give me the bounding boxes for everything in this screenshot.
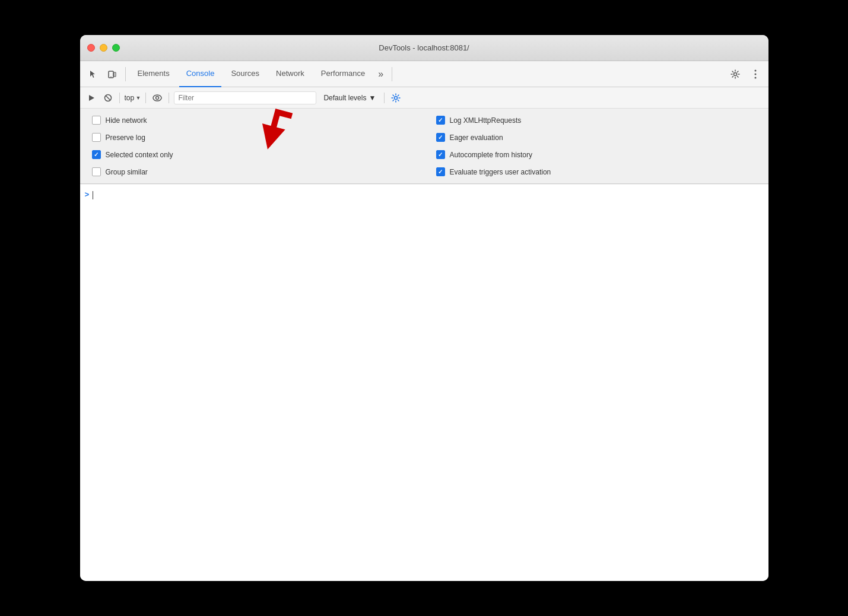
more-tabs-button[interactable]: » [374, 66, 387, 82]
title-bar: DevTools - localhost:8081/ [80, 35, 768, 61]
close-button[interactable] [87, 44, 95, 52]
console-toolbar: top ▼ Default levels ▼ [80, 87, 768, 109]
console-area[interactable]: > [80, 184, 768, 581]
cursor-icon [88, 69, 98, 79]
tab-sources[interactable]: Sources [224, 61, 266, 87]
gear-icon [731, 69, 740, 79]
svg-point-5 [754, 73, 756, 75]
tab-console[interactable]: Console [179, 61, 222, 87]
preserve-log-checkbox[interactable] [92, 133, 101, 142]
toolbar-divider-2 [392, 67, 392, 81]
settings-panel: Hide network Preserve log Selected conte… [80, 109, 768, 184]
eye-icon [153, 94, 162, 101]
console-divider-2 [145, 93, 146, 103]
setting-evaluate-triggers: Evaluate triggers user activation [436, 167, 757, 176]
eager-evaluation-label: Eager evaluation [450, 134, 503, 142]
svg-point-11 [156, 96, 159, 99]
svg-line-9 [106, 96, 110, 100]
context-dropdown[interactable]: top [125, 94, 135, 102]
inspect-icon-button[interactable] [85, 66, 101, 82]
toolbar-right [727, 66, 764, 82]
group-similar-checkbox[interactable] [92, 167, 101, 176]
ellipsis-icon [754, 69, 757, 79]
toolbar-divider-1 [125, 67, 126, 81]
svg-point-4 [754, 69, 756, 71]
devtools-window: DevTools - localhost:8081/ Elements Cons… [80, 35, 768, 581]
hide-network-label: Hide network [106, 116, 147, 125]
settings-right-column: Log XMLHttpRequests Eager evaluation Aut… [436, 116, 757, 176]
settings-left-column: Hide network Preserve log Selected conte… [92, 116, 412, 176]
tab-performance[interactable]: Performance [314, 61, 372, 87]
minimize-button[interactable] [100, 44, 107, 52]
main-toolbar: Elements Console Sources Network Perform… [80, 61, 768, 87]
eye-button[interactable] [151, 91, 164, 104]
filter-input[interactable] [174, 91, 316, 104]
svg-rect-1 [114, 72, 116, 77]
setting-autocomplete: Autocomplete from history [436, 150, 757, 159]
svg-point-10 [153, 95, 161, 101]
tab-network[interactable]: Network [269, 61, 312, 87]
setting-group-similar: Group similar [92, 167, 412, 176]
levels-button[interactable]: Default levels ▼ [320, 93, 379, 103]
console-divider-3 [169, 93, 169, 103]
console-settings-button[interactable] [389, 91, 402, 104]
traffic-lights [87, 44, 120, 52]
clear-button[interactable] [101, 91, 115, 104]
preserve-log-label: Preserve log [106, 134, 145, 142]
clear-console-button[interactable] [85, 91, 98, 104]
selected-context-checkbox[interactable] [92, 150, 101, 159]
setting-eager-evaluation: Eager evaluation [436, 133, 757, 142]
setting-hide-network: Hide network [92, 116, 412, 125]
log-xmlhttp-label: Log XMLHttpRequests [450, 116, 522, 125]
console-divider-4 [384, 93, 385, 103]
svg-marker-7 [89, 95, 94, 101]
settings-button[interactable] [727, 66, 744, 82]
context-selector[interactable]: top ▼ [125, 94, 141, 102]
svg-point-3 [733, 72, 736, 75]
console-input-row[interactable]: > [80, 184, 768, 205]
autocomplete-checkbox[interactable] [436, 150, 445, 159]
selected-context-label: Selected context only [106, 151, 173, 159]
setting-preserve-log: Preserve log [92, 133, 412, 142]
device-icon-button[interactable] [104, 66, 120, 82]
maximize-button[interactable] [112, 44, 120, 52]
window-title: DevTools - localhost:8081/ [379, 43, 469, 52]
autocomplete-label: Autocomplete from history [450, 151, 532, 159]
levels-dropdown-arrow-icon: ▼ [369, 94, 376, 102]
hide-network-checkbox[interactable] [92, 116, 101, 125]
svg-point-6 [754, 77, 756, 78]
more-options-button[interactable] [747, 66, 764, 82]
block-icon [104, 94, 112, 102]
eager-evaluation-checkbox[interactable] [436, 133, 445, 142]
log-xmlhttp-checkbox[interactable] [436, 116, 445, 125]
group-similar-label: Group similar [106, 168, 148, 176]
svg-point-12 [395, 96, 398, 99]
tab-elements[interactable]: Elements [131, 61, 177, 87]
evaluate-triggers-checkbox[interactable] [436, 167, 445, 176]
console-cursor [93, 191, 93, 199]
setting-log-xmlhttp: Log XMLHttpRequests [436, 116, 757, 125]
evaluate-triggers-label: Evaluate triggers user activation [450, 168, 551, 176]
play-icon [87, 94, 96, 102]
console-divider-1 [119, 93, 120, 103]
device-icon [107, 69, 117, 79]
setting-selected-context: Selected context only [92, 150, 412, 159]
settings-gear-icon [391, 93, 401, 103]
dropdown-arrow-icon: ▼ [136, 95, 141, 101]
console-prompt: > [85, 190, 90, 199]
